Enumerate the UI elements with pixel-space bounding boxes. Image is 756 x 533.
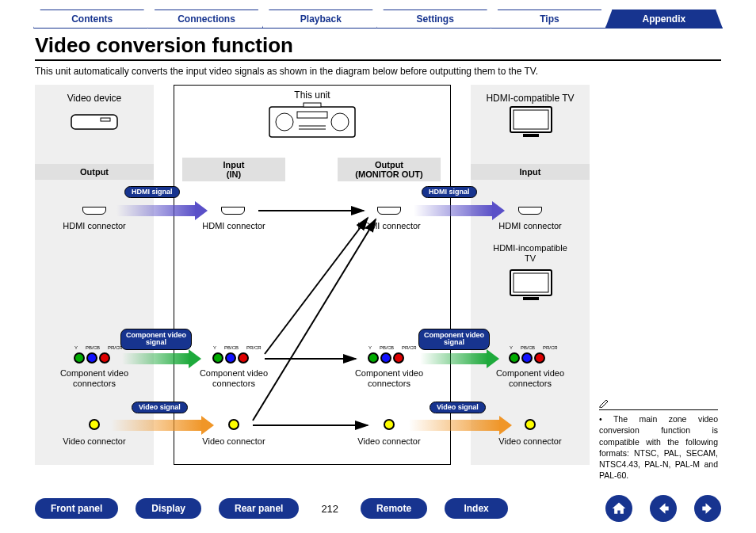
hdmi-label: HDMI connector (43, 221, 146, 231)
next-button[interactable] (694, 495, 721, 522)
component-ports-icon (508, 352, 546, 367)
hdmi-port-icon (377, 207, 401, 215)
bottom-bar: Front panel Display Rear panel 212 Remot… (0, 495, 756, 522)
video-arrow (111, 418, 214, 432)
arrow-right-icon (700, 501, 716, 516)
video-port-icon (524, 419, 536, 433)
rca-labels: YPB/CBPR/CR (213, 345, 262, 350)
component-signal-pill: Component video signal (418, 329, 490, 350)
display-button[interactable]: Display (136, 498, 201, 519)
unit-input-header: Input (IN) (182, 158, 285, 181)
video-label: Video connector (479, 436, 582, 447)
unit-output-header: Output (MONITOR OUT) (338, 158, 441, 181)
home-icon (611, 501, 627, 516)
svg-rect-5 (297, 112, 327, 118)
component-arrow (420, 352, 499, 366)
component-label: Component video connectors (479, 368, 582, 388)
unit-output-header-text: Output (MONITOR OUT) (355, 160, 422, 179)
component-label: Component video connectors (338, 368, 441, 388)
tv-header: Input (471, 164, 590, 180)
hdmi-arrow (116, 204, 208, 218)
index-button[interactable]: Index (445, 498, 508, 519)
note-bullet: • (599, 414, 602, 424)
unit-title: This unit (257, 89, 368, 101)
rca-labels: YPB/CBPR/CR (74, 345, 123, 350)
svg-rect-14 (523, 297, 539, 300)
video-signal-pill: Video signal (132, 402, 188, 413)
home-button[interactable] (605, 495, 632, 522)
tab-appendix[interactable]: Appendix (605, 10, 723, 29)
hdmi-arrow (414, 204, 505, 218)
device-title: Video device (39, 93, 150, 104)
hdmi-signal-pill: HDMI signal (124, 186, 180, 198)
tv2-title: HDMI-incompatible TV (479, 243, 582, 263)
component-label: Component video connectors (182, 368, 285, 388)
unit-device-icon (269, 102, 356, 143)
svg-rect-13 (514, 273, 548, 292)
video-label: Video connector (182, 436, 285, 447)
hdmi-port-icon (518, 207, 542, 215)
component-ports-icon (73, 352, 111, 367)
svg-rect-10 (514, 110, 548, 129)
rca-labels: YPB/CBPR/CR (510, 345, 558, 350)
tv-title: HDMI-compatible TV (475, 93, 586, 104)
tab-playback[interactable]: Playback (262, 10, 380, 29)
device-header: Output (35, 164, 154, 180)
hdmi-label: HDMI connector (182, 221, 285, 231)
pencil-icon (599, 398, 610, 408)
video-port-icon (88, 419, 101, 433)
hdmi-port-icon (82, 207, 106, 215)
intro-text: This unit automatically converts the inp… (35, 66, 721, 77)
hdmi-port-icon (221, 207, 245, 215)
page-number: 212 (321, 503, 338, 515)
tv2-title-text: HDMI-incompatible TV (493, 243, 567, 263)
arrow-left-icon (655, 501, 671, 516)
component-label: Component video connectors (43, 368, 146, 388)
video-arrow (409, 418, 512, 432)
tab-connections[interactable]: Connections (147, 10, 265, 29)
tab-tips[interactable]: Tips (491, 10, 608, 29)
tv-icon (509, 105, 553, 143)
svg-rect-11 (523, 134, 539, 137)
video-port-icon (227, 419, 240, 433)
tab-settings[interactable]: Settings (376, 10, 494, 29)
component-signal-pill: Component video signal (120, 329, 192, 350)
component-ports-icon (212, 352, 250, 367)
top-tabs: Contents Connections Playback Settings T… (0, 0, 756, 29)
video-port-icon (383, 419, 395, 433)
note: • The main zone video conversion functio… (599, 397, 718, 481)
rear-panel-button[interactable]: Rear panel (219, 498, 299, 519)
video-label: Video connector (43, 436, 146, 447)
video-label: Video connector (338, 436, 441, 447)
hdmi-label: HDMI connector (479, 221, 582, 231)
component-arrow (122, 352, 201, 366)
hdmi-signal-pill: HDMI signal (422, 186, 477, 198)
remote-button[interactable]: Remote (361, 498, 427, 519)
video-device-icon (71, 109, 118, 135)
tv-icon (509, 268, 553, 306)
svg-rect-8 (304, 103, 321, 107)
video-signal-pill: Video signal (430, 402, 486, 413)
page-title: Video conversion function (35, 33, 721, 61)
svg-rect-0 (71, 115, 117, 129)
rca-labels: YPB/CBPR/CR (368, 345, 417, 350)
tab-contents[interactable]: Contents (33, 10, 151, 29)
front-panel-button[interactable]: Front panel (35, 498, 118, 519)
component-ports-icon (367, 352, 405, 367)
prev-button[interactable] (650, 495, 677, 522)
hdmi-label: HDMI connector (338, 221, 441, 231)
unit-input-header-text: Input (IN) (223, 160, 245, 179)
note-text: The main zone video conversion function … (599, 414, 718, 480)
diagram: Video device This unit HDMI-compatible T… (35, 85, 721, 473)
